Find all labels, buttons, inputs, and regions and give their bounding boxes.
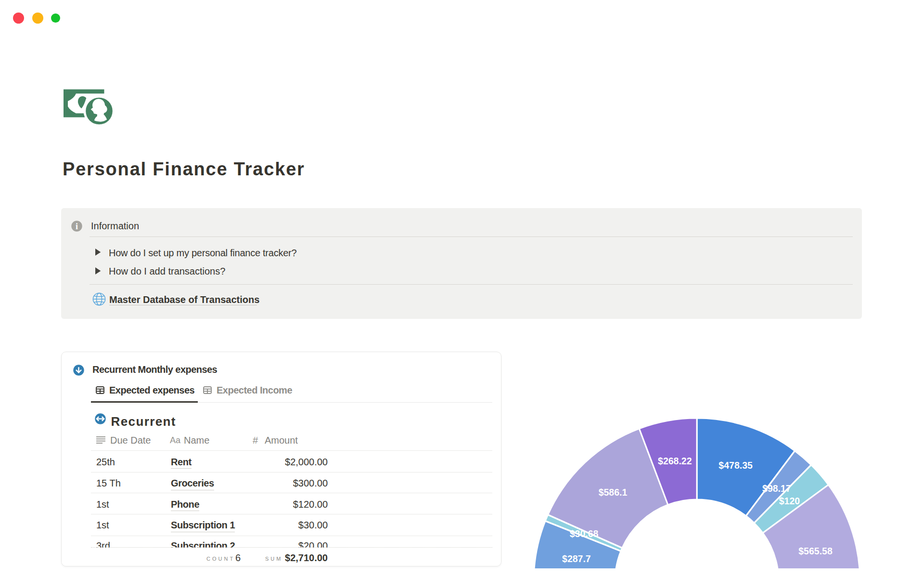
svg-text:$565.58: $565.58 <box>798 546 833 556</box>
svg-text:$268.22: $268.22 <box>658 456 692 466</box>
svg-text:$478.35: $478.35 <box>719 460 753 471</box>
svg-text:$287.7: $287.7 <box>562 553 591 564</box>
svg-text:$586.1: $586.1 <box>599 487 628 498</box>
svg-text:i: i <box>76 222 78 231</box>
svg-text:$30.68: $30.68 <box>570 528 599 539</box>
svg-text:$120: $120 <box>779 496 800 506</box>
